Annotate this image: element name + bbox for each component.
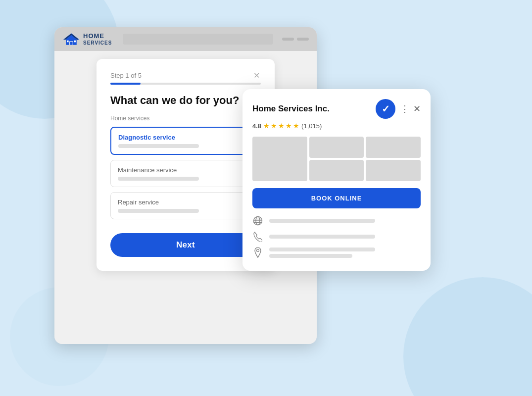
info-line-2 — [269, 235, 375, 239]
business-card: Home Services Inc. ✓ ⋮ ✕ 4.8 ★ ★ ★ ★ ★ (… — [242, 89, 431, 271]
info-lines-location — [269, 248, 421, 258]
nav-dot-2 — [297, 38, 309, 41]
bg-decoration-br — [403, 277, 532, 396]
brand-logo: HOME SERVICES — [62, 32, 112, 46]
stars: ★ ★ ★ ★ ★ — [263, 122, 299, 130]
star-2: ★ — [271, 122, 277, 130]
service-option-skeleton-1 — [118, 144, 199, 148]
star-1: ★ — [263, 122, 270, 130]
image-cell-3 — [366, 137, 421, 158]
book-online-button[interactable]: BOOK ONLINE — [252, 188, 421, 208]
image-cell-main — [252, 137, 307, 181]
form-section-label: Home services — [110, 115, 261, 122]
rating-row: 4.8 ★ ★ ★ ★ ★ (1,015) — [252, 122, 421, 130]
star-4: ★ — [286, 122, 292, 130]
brand-name: HOME SERVICES — [83, 33, 112, 45]
rating-count: (1,015) — [301, 122, 322, 130]
image-cell-5 — [366, 160, 421, 181]
info-line-4 — [269, 254, 352, 258]
info-lines-website — [269, 219, 421, 223]
rating-number: 4.8 — [252, 122, 261, 130]
service-option-title-maintenance: Maintenance service — [118, 166, 253, 174]
house-icon — [62, 32, 80, 46]
next-button[interactable]: Next — [110, 233, 261, 257]
svg-rect-2 — [70, 42, 72, 45]
service-option-repair[interactable]: Repair service — [110, 192, 261, 219]
step-label: Step 1 of 5 — [110, 72, 142, 79]
star-3: ★ — [278, 122, 285, 130]
progress-bar-track — [110, 83, 261, 85]
verified-check-icon: ✓ — [382, 103, 390, 115]
service-option-maintenance[interactable]: Maintenance service — [110, 160, 261, 187]
browser-header: HOME SERVICES — [54, 27, 317, 51]
image-grid — [252, 137, 421, 181]
address-bar[interactable] — [123, 34, 273, 45]
svg-rect-3 — [67, 41, 69, 43]
info-row-location — [252, 247, 421, 258]
info-line-3 — [269, 248, 375, 251]
service-option-skeleton-2 — [118, 177, 199, 181]
globe-icon — [252, 215, 263, 226]
service-option-diagnostic[interactable]: Diagnostic service — [110, 127, 261, 155]
card-menu-icon[interactable]: ⋮ — [400, 103, 409, 114]
nav-dot-1 — [282, 38, 294, 41]
svg-rect-4 — [74, 41, 76, 43]
info-row-phone — [252, 231, 421, 242]
info-line-1 — [269, 219, 375, 223]
service-option-title-diagnostic: Diagnostic service — [118, 134, 253, 141]
form-question: What can we do for you? — [110, 94, 261, 108]
location-icon — [252, 247, 263, 258]
star-5: ★ — [293, 122, 299, 130]
info-lines-phone — [269, 235, 421, 239]
service-option-title-repair: Repair service — [118, 198, 253, 206]
browser-nav-dots — [282, 38, 309, 41]
form-close-icon[interactable]: ✕ — [252, 71, 261, 80]
card-close-icon[interactable]: ✕ — [413, 103, 421, 114]
progress-bar-fill — [110, 83, 141, 85]
business-name: Home Services Inc. — [252, 104, 371, 114]
svg-point-12 — [257, 249, 259, 252]
service-option-skeleton-3 — [118, 209, 199, 213]
phone-icon — [252, 231, 263, 242]
form-header: Step 1 of 5 ✕ — [110, 71, 261, 80]
info-row-website — [252, 215, 421, 226]
image-cell-4 — [309, 160, 364, 181]
verified-badge: ✓ — [376, 99, 395, 119]
business-card-header: Home Services Inc. ✓ ⋮ ✕ — [252, 99, 421, 119]
image-cell-2 — [309, 137, 364, 158]
